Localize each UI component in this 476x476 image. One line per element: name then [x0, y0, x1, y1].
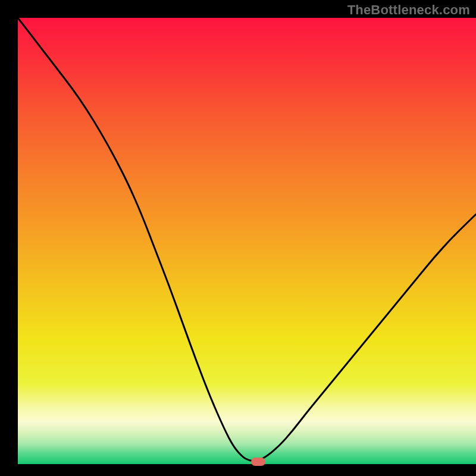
- bottleneck-plot: [0, 0, 476, 476]
- svg-rect-1: [18, 18, 476, 464]
- optimal-marker: [251, 458, 265, 466]
- watermark-text: TheBottleneck.com: [347, 2, 470, 18]
- chart-stage: TheBottleneck.com: [0, 0, 476, 476]
